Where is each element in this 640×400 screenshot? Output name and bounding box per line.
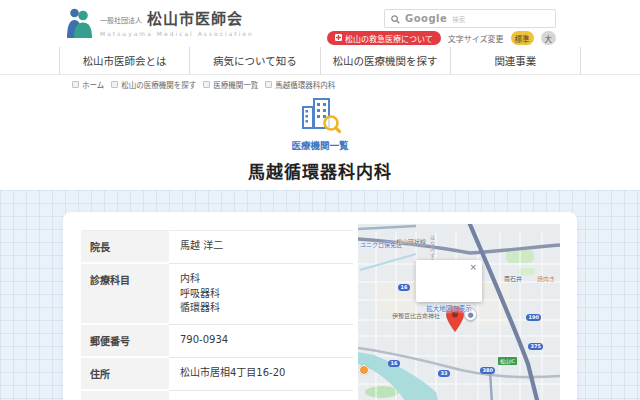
breadcrumb-facility-list[interactable]: 医療機関一覧: [203, 79, 258, 90]
emergency-care-label: 松山の救急医療について: [345, 33, 433, 44]
section-label: 医療機関一覧: [0, 138, 640, 152]
emergency-care-button[interactable]: 松山の救急医療について: [327, 31, 441, 45]
google-search-input[interactable]: Google 検索: [384, 9, 556, 28]
route-shield: 16: [388, 360, 400, 367]
breadcrumb-home[interactable]: ホーム: [72, 79, 104, 90]
site-header: 一般社団法人 松山市医師会 Matsuyama Medical Associat…: [0, 0, 640, 47]
route-shield: 33: [438, 370, 450, 377]
table-row-address: 住所 松山市居相4丁目16-20: [81, 358, 353, 391]
search-icon: [391, 9, 400, 28]
facility-details-table: 院長 馬越 洋二 診療科目 内科 呼吸器科 循環器科 郵便番号 790-0934…: [81, 230, 353, 400]
row-label: 郵便番号: [81, 325, 169, 358]
table-row-director: 院長 馬越 洋二: [81, 231, 353, 264]
search-placeholder-label: 検索: [452, 14, 465, 24]
map-label-ring-road: 松山環状線: [396, 237, 426, 246]
font-size-label: 文字サイズ変更: [448, 33, 504, 44]
table-row-departments: 診療科目 内科 呼吸器科 循環器科: [81, 264, 353, 325]
route-shield: 375: [528, 343, 543, 350]
site-logo[interactable]: 一般社団法人 松山市医師会 Matsuyama Medical Associat…: [66, 7, 254, 42]
page-title: 馬越循環器科内科: [0, 158, 640, 183]
row-value: 089-957-7377: [169, 391, 353, 400]
breadcrumb-current-page: 馬越循環器科内科: [265, 79, 335, 90]
org-name: 松山市医師会: [147, 7, 243, 28]
map-label-restaurant[interactable]: 焼肉き: [537, 274, 555, 283]
map-info-window: × 拡大地図を表示: [416, 260, 482, 302]
map-label-interchange: 松山IC: [498, 357, 517, 365]
route-shield: 16: [398, 284, 410, 291]
nav-item-related[interactable]: 関連事業: [450, 47, 581, 74]
font-size-standard-button[interactable]: 標準: [511, 31, 534, 45]
page-heading: 医療機関一覧 馬越循環器科内科: [0, 94, 640, 183]
table-row-postal-code: 郵便番号 790-0934: [81, 325, 353, 358]
row-label: 院長: [81, 231, 169, 264]
route-shield: 380: [480, 367, 495, 374]
breadcrumb-find-facility[interactable]: 松山の医療機関を探す: [111, 79, 196, 90]
view-larger-map-link[interactable]: 拡大地図を表示: [416, 303, 482, 313]
breadcrumb-icon: [203, 81, 210, 88]
row-value: 松山市居相4丁目16-20: [169, 358, 353, 391]
nav-item-about[interactable]: 松山市医師会とは: [59, 47, 189, 74]
nav-item-diseases[interactable]: 病気について知る: [189, 47, 319, 74]
row-value: 馬越 洋二: [169, 231, 353, 264]
breadcrumb-icon: [111, 81, 118, 88]
poi-orange-icon[interactable]: [359, 365, 369, 375]
org-name-english: Matsuyama Medical Association: [100, 30, 254, 37]
table-row-phone: 電話番号 089-957-7377: [81, 391, 353, 400]
facility-detail-card: 院長 馬越 洋二 診療科目 内科 呼吸器科 循環器科 郵便番号 790-0934…: [63, 212, 577, 400]
font-size-large-button[interactable]: 大: [541, 31, 557, 45]
route-shield: 190: [526, 314, 541, 321]
breadcrumb: ホーム 松山の医療機関を探す 医療機関一覧 馬越循環器科内科: [72, 79, 335, 90]
main-nav: 松山市医師会とは 病気について知る 松山の医療機関を探す 関連事業: [0, 47, 640, 75]
org-type-label: 一般社団法人: [100, 15, 142, 28]
google-map-embed[interactable]: ユニクロ保免店 松山環状線 はなみずき通り 南石井 焼肉き 伊豫豆比古命神社 1…: [358, 224, 560, 400]
row-label: 電話番号: [81, 391, 169, 400]
medical-association-logo-icon: [66, 7, 93, 42]
row-label: 診療科目: [81, 264, 169, 325]
nav-item-find-facility[interactable]: 松山の医療機関を探す: [320, 47, 450, 74]
row-value: 790-0934: [169, 325, 353, 358]
row-value: 内科 呼吸器科 循環器科: [169, 264, 353, 325]
clinic-search-icon: [299, 94, 341, 134]
map-label-district: 南石井: [504, 274, 522, 283]
breadcrumb-icon: [72, 81, 79, 88]
breadcrumb-icon: [265, 81, 272, 88]
first-aid-icon: [335, 34, 342, 43]
google-brand-label: Google: [405, 13, 447, 24]
row-label: 住所: [81, 358, 169, 391]
close-icon[interactable]: ×: [469, 263, 477, 272]
